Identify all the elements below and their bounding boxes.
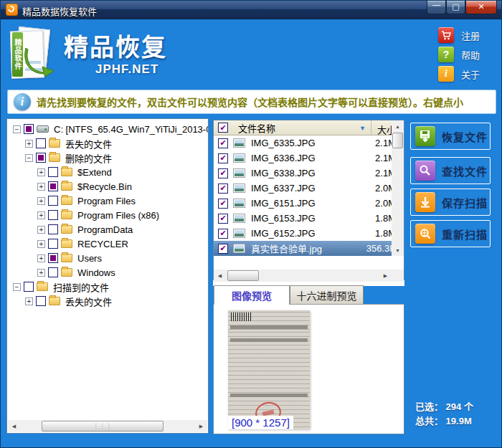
expand-icon[interactable]: + bbox=[37, 183, 45, 191]
help-link[interactable]: ? 帮助 bbox=[438, 46, 498, 63]
tree-item-label[interactable]: RECYCLER bbox=[76, 239, 130, 249]
file-name[interactable]: 真实性合验单.jpg bbox=[251, 242, 322, 255]
title-bar[interactable]: 精品数据恢复软件 — ▢ ✕ bbox=[1, 1, 501, 19]
tree-item[interactable]: +ProgramData bbox=[7, 222, 208, 237]
file-checkbox[interactable]: ✔ bbox=[218, 244, 228, 254]
expand-icon[interactable]: + bbox=[37, 240, 45, 248]
find-files-button[interactable]: 查找文件 bbox=[410, 157, 491, 184]
tree-item[interactable]: +$Recycle.Bin bbox=[7, 179, 208, 194]
tree-item[interactable]: +Users bbox=[7, 251, 208, 265]
file-row[interactable]: ✔IMG_6336.JPG2.1M bbox=[214, 151, 404, 166]
file-checkbox[interactable]: ✔ bbox=[218, 138, 228, 148]
maximize-button[interactable]: ▢ bbox=[446, 1, 465, 14]
file-list-header[interactable]: ✔ 文件名称 ▼ 大小 bbox=[214, 120, 404, 135]
tree-item[interactable]: −删除的文件 bbox=[7, 151, 208, 165]
select-all-checkbox[interactable]: ✔ bbox=[218, 123, 228, 133]
tree-checkbox[interactable] bbox=[48, 196, 58, 206]
tree-item[interactable]: +Windows bbox=[7, 265, 208, 280]
file-checkbox[interactable]: ✔ bbox=[218, 199, 228, 209]
tree-checkbox[interactable] bbox=[36, 153, 46, 163]
tree-horizontal-scrollbar[interactable]: ◀ ⋮⋮⋮ ▶ bbox=[8, 420, 207, 432]
scroll-up-icon[interactable]: ▲ bbox=[392, 120, 404, 132]
tree-item-label[interactable]: $Recycle.Bin bbox=[76, 181, 133, 192]
save-scan-button[interactable]: 保存扫描 bbox=[410, 189, 491, 216]
tree-checkbox[interactable] bbox=[36, 296, 46, 306]
file-checkbox[interactable]: ✔ bbox=[218, 168, 228, 178]
expand-icon[interactable]: + bbox=[37, 168, 45, 176]
tree-item[interactable]: +丢失的文件 bbox=[7, 294, 208, 308]
expand-icon[interactable]: + bbox=[37, 254, 45, 262]
expand-icon[interactable]: + bbox=[37, 211, 45, 219]
tree-checkbox[interactable] bbox=[24, 282, 34, 292]
sort-descending-icon[interactable]: ▼ bbox=[359, 125, 366, 132]
tab-image-preview[interactable]: 图像预览 bbox=[214, 285, 290, 305]
file-row[interactable]: ✔IMG_6335.JPG2.1M bbox=[214, 135, 404, 151]
file-row[interactable]: ✔IMG_6151.JPG2.0M bbox=[214, 196, 404, 211]
tree-checkbox[interactable] bbox=[48, 253, 58, 263]
tree-item-label[interactable]: Program Files bbox=[76, 196, 137, 206]
tree-item[interactable]: +$Extend bbox=[7, 165, 208, 179]
scroll-left-icon[interactable]: ◀ bbox=[214, 270, 226, 282]
register-link[interactable]: 注册 bbox=[438, 27, 498, 44]
tree-item-label[interactable]: 删除的文件 bbox=[64, 151, 113, 165]
tree-checkbox[interactable] bbox=[36, 138, 46, 148]
document-preview-image[interactable] bbox=[228, 310, 310, 429]
expand-icon[interactable]: + bbox=[25, 140, 33, 148]
file-name[interactable]: IMG_6153.JPG bbox=[251, 213, 316, 224]
tree-checkbox[interactable] bbox=[48, 181, 58, 191]
list-vscroll-thumb[interactable] bbox=[392, 133, 403, 148]
file-name[interactable]: IMG_6338.JPG bbox=[251, 168, 316, 178]
rescan-button[interactable]: 重新扫描 bbox=[410, 220, 491, 247]
tree-checkbox[interactable] bbox=[48, 224, 58, 234]
list-horizontal-scrollbar[interactable]: ◀ ▶ bbox=[214, 270, 392, 282]
tree-item-label[interactable]: ProgramData bbox=[76, 224, 134, 235]
file-checkbox[interactable]: ✔ bbox=[218, 184, 228, 194]
tree-checkbox[interactable] bbox=[48, 267, 58, 277]
scroll-right-icon[interactable]: ▶ bbox=[379, 270, 392, 282]
list-vertical-scrollbar[interactable]: ▲ ▼ bbox=[392, 120, 404, 256]
scroll-left-icon[interactable]: ◀ bbox=[8, 420, 20, 432]
collapse-icon[interactable]: − bbox=[13, 283, 21, 291]
recover-files-button[interactable]: 恢复文件 bbox=[410, 123, 491, 150]
file-row[interactable]: ✔真实性合验单.jpg356.3K bbox=[214, 241, 404, 256]
scroll-right-icon[interactable]: ▶ bbox=[195, 420, 207, 432]
file-row[interactable]: ✔IMG_6152.JPG1.8M bbox=[214, 226, 404, 241]
tree-checkbox[interactable] bbox=[48, 210, 58, 220]
expand-icon[interactable]: + bbox=[37, 226, 45, 234]
file-checkbox[interactable]: ✔ bbox=[218, 214, 228, 224]
close-button[interactable]: ✕ bbox=[465, 1, 497, 14]
tree-item[interactable]: −扫描到的文件 bbox=[7, 280, 208, 294]
file-checkbox[interactable]: ✔ bbox=[218, 229, 228, 239]
tree-checkbox[interactable] bbox=[24, 124, 34, 134]
tree-item[interactable]: +RECYCLER bbox=[7, 237, 208, 251]
tree-item-label[interactable]: 扫描到的文件 bbox=[52, 280, 110, 294]
column-divider[interactable] bbox=[371, 120, 371, 135]
file-name[interactable]: IMG_6152.JPG bbox=[251, 228, 316, 239]
list-scroll-thumb[interactable] bbox=[227, 270, 259, 281]
tree-item[interactable]: +丢失的文件 bbox=[7, 136, 208, 151]
file-row[interactable]: ✔IMG_6153.JPG1.8M bbox=[214, 211, 404, 226]
expand-icon[interactable]: + bbox=[37, 269, 45, 277]
tree-item-label[interactable]: C: [NTFS_65.4G_Win7_YiTiJi_2013-04-0 bbox=[52, 124, 209, 135]
file-checkbox[interactable]: ✔ bbox=[218, 153, 228, 163]
tree-checkbox[interactable] bbox=[48, 239, 58, 249]
tree-scroll-thumb[interactable]: ⋮⋮⋮ bbox=[42, 421, 164, 432]
tree-item-label[interactable]: Program Files (x86) bbox=[76, 210, 161, 221]
expand-icon[interactable]: + bbox=[37, 197, 45, 205]
tree-item[interactable]: +Program Files bbox=[7, 194, 208, 208]
file-name[interactable]: IMG_6335.JPG bbox=[251, 138, 316, 148]
tree-item-label[interactable]: 丢失的文件 bbox=[64, 137, 113, 151]
file-row[interactable]: ✔IMG_6338.JPG2.1M bbox=[214, 166, 404, 181]
file-row[interactable]: ✔IMG_6337.JPG2.0M bbox=[214, 181, 404, 196]
minimize-button[interactable]: — bbox=[427, 1, 446, 14]
tree-item-label[interactable]: 丢失的文件 bbox=[64, 295, 113, 308]
about-link[interactable]: i 关于 bbox=[438, 65, 498, 82]
tree-item[interactable]: +Program Files (x86) bbox=[7, 208, 208, 222]
tree-item-label[interactable]: Windows bbox=[76, 267, 117, 278]
collapse-icon[interactable]: − bbox=[13, 125, 21, 133]
file-name[interactable]: IMG_6151.JPG bbox=[251, 198, 316, 209]
tree-item-label[interactable]: $Extend bbox=[76, 167, 113, 178]
collapse-icon[interactable]: − bbox=[25, 154, 33, 162]
tree-item-label[interactable]: Users bbox=[76, 253, 103, 264]
expand-icon[interactable]: + bbox=[25, 297, 33, 305]
